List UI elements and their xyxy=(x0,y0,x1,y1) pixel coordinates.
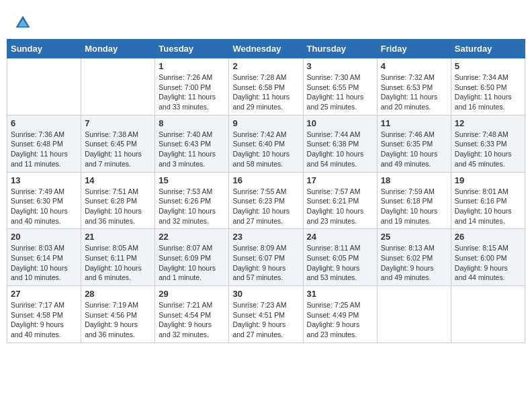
cell-content: Sunrise: 7:55 AM Sunset: 6:23 PM Dayligh… xyxy=(232,187,299,226)
calendar-cell: 29Sunrise: 7:21 AM Sunset: 4:54 PM Dayli… xyxy=(155,286,229,343)
calendar-week-row: 6Sunrise: 7:36 AM Sunset: 6:48 PM Daylig… xyxy=(7,115,525,172)
cell-content: Sunrise: 7:44 AM Sunset: 6:38 PM Dayligh… xyxy=(307,130,373,169)
day-number: 15 xyxy=(159,175,225,185)
calendar-cell: 16Sunrise: 7:55 AM Sunset: 6:23 PM Dayli… xyxy=(229,172,303,229)
day-number: 9 xyxy=(232,118,299,128)
weekday-header: Thursday xyxy=(303,40,377,58)
calendar-week-row: 13Sunrise: 7:49 AM Sunset: 6:30 PM Dayli… xyxy=(7,172,525,229)
calendar-cell: 23Sunrise: 8:09 AM Sunset: 6:07 PM Dayli… xyxy=(229,229,303,286)
calendar-header-row: SundayMondayTuesdayWednesdayThursdayFrid… xyxy=(7,40,525,58)
day-number: 22 xyxy=(159,232,225,242)
day-number: 31 xyxy=(307,289,373,299)
calendar-cell: 19Sunrise: 8:01 AM Sunset: 6:16 PM Dayli… xyxy=(451,172,525,229)
calendar-cell: 12Sunrise: 7:48 AM Sunset: 6:33 PM Dayli… xyxy=(451,115,525,172)
weekday-header: Friday xyxy=(377,40,451,58)
day-number: 1 xyxy=(159,61,225,71)
day-number: 27 xyxy=(11,289,77,299)
calendar-cell: 8Sunrise: 7:40 AM Sunset: 6:43 PM Daylig… xyxy=(155,115,229,172)
cell-content: Sunrise: 8:05 AM Sunset: 6:11 PM Dayligh… xyxy=(85,243,151,283)
weekday-header: Monday xyxy=(81,40,155,58)
weekday-header: Sunday xyxy=(7,40,81,58)
day-number: 24 xyxy=(307,232,373,242)
cell-content: Sunrise: 8:15 AM Sunset: 6:00 PM Dayligh… xyxy=(455,243,521,283)
day-number: 29 xyxy=(159,289,225,299)
cell-content: Sunrise: 7:46 AM Sunset: 6:35 PM Dayligh… xyxy=(381,130,447,169)
calendar-cell: 20Sunrise: 8:03 AM Sunset: 6:14 PM Dayli… xyxy=(7,229,81,286)
day-number: 21 xyxy=(85,232,151,242)
calendar-cell: 15Sunrise: 7:53 AM Sunset: 6:26 PM Dayli… xyxy=(155,172,229,229)
calendar-cell: 7Sunrise: 7:38 AM Sunset: 6:45 PM Daylig… xyxy=(81,115,155,172)
weekday-header: Wednesday xyxy=(229,40,303,58)
calendar-cell: 26Sunrise: 8:15 AM Sunset: 6:00 PM Dayli… xyxy=(451,229,525,286)
calendar-cell: 18Sunrise: 7:59 AM Sunset: 6:18 PM Dayli… xyxy=(377,172,451,229)
day-number: 23 xyxy=(232,232,299,242)
calendar-cell: 28Sunrise: 7:19 AM Sunset: 4:56 PM Dayli… xyxy=(81,286,155,343)
cell-content: Sunrise: 7:59 AM Sunset: 6:18 PM Dayligh… xyxy=(381,187,447,226)
calendar-cell: 21Sunrise: 8:05 AM Sunset: 6:11 PM Dayli… xyxy=(81,229,155,286)
logo-icon xyxy=(13,13,32,32)
calendar-cell: 1Sunrise: 7:26 AM Sunset: 7:00 PM Daylig… xyxy=(155,58,229,116)
day-number: 16 xyxy=(232,175,299,185)
day-number: 10 xyxy=(307,118,373,128)
calendar-cell: 31Sunrise: 7:25 AM Sunset: 4:49 PM Dayli… xyxy=(303,286,377,343)
day-number: 28 xyxy=(85,289,151,299)
day-number: 8 xyxy=(159,118,225,128)
cell-content: Sunrise: 7:19 AM Sunset: 4:56 PM Dayligh… xyxy=(85,300,151,340)
calendar-cell: 9Sunrise: 7:42 AM Sunset: 6:40 PM Daylig… xyxy=(229,115,303,172)
day-number: 11 xyxy=(381,118,447,128)
cell-content: Sunrise: 7:42 AM Sunset: 6:40 PM Dayligh… xyxy=(232,130,299,169)
cell-content: Sunrise: 8:01 AM Sunset: 6:16 PM Dayligh… xyxy=(455,187,521,226)
calendar-cell: 6Sunrise: 7:36 AM Sunset: 6:48 PM Daylig… xyxy=(7,115,81,172)
cell-content: Sunrise: 7:49 AM Sunset: 6:30 PM Dayligh… xyxy=(11,187,77,226)
calendar-table: SundayMondayTuesdayWednesdayThursdayFrid… xyxy=(7,39,525,343)
cell-content: Sunrise: 7:51 AM Sunset: 6:28 PM Dayligh… xyxy=(85,187,151,226)
day-number: 26 xyxy=(455,232,521,242)
calendar-cell: 5Sunrise: 7:34 AM Sunset: 6:50 PM Daylig… xyxy=(451,58,525,116)
cell-content: Sunrise: 7:17 AM Sunset: 4:58 PM Dayligh… xyxy=(11,300,77,340)
cell-content: Sunrise: 7:38 AM Sunset: 6:45 PM Dayligh… xyxy=(85,130,151,169)
calendar-cell: 24Sunrise: 8:11 AM Sunset: 6:05 PM Dayli… xyxy=(303,229,377,286)
day-number: 19 xyxy=(455,175,521,185)
day-number: 18 xyxy=(381,175,447,185)
calendar-cell: 17Sunrise: 7:57 AM Sunset: 6:21 PM Dayli… xyxy=(303,172,377,229)
calendar-week-row: 1Sunrise: 7:26 AM Sunset: 7:00 PM Daylig… xyxy=(7,58,525,116)
cell-content: Sunrise: 7:30 AM Sunset: 6:55 PM Dayligh… xyxy=(307,73,373,112)
weekday-header: Tuesday xyxy=(155,40,229,58)
cell-content: Sunrise: 7:57 AM Sunset: 6:21 PM Dayligh… xyxy=(307,187,373,226)
calendar-cell: 27Sunrise: 7:17 AM Sunset: 4:58 PM Dayli… xyxy=(7,286,81,343)
calendar-cell: 2Sunrise: 7:28 AM Sunset: 6:58 PM Daylig… xyxy=(229,58,303,116)
cell-content: Sunrise: 8:07 AM Sunset: 6:09 PM Dayligh… xyxy=(159,243,225,283)
day-number: 13 xyxy=(11,175,77,185)
cell-content: Sunrise: 8:03 AM Sunset: 6:14 PM Dayligh… xyxy=(11,243,77,283)
calendar-cell: 11Sunrise: 7:46 AM Sunset: 6:35 PM Dayli… xyxy=(377,115,451,172)
day-number: 6 xyxy=(11,118,77,128)
calendar-cell: 13Sunrise: 7:49 AM Sunset: 6:30 PM Dayli… xyxy=(7,172,81,229)
day-number: 30 xyxy=(232,289,299,299)
day-number: 4 xyxy=(381,61,447,71)
cell-content: Sunrise: 8:13 AM Sunset: 6:02 PM Dayligh… xyxy=(381,243,447,283)
day-number: 3 xyxy=(307,61,373,71)
day-number: 2 xyxy=(232,61,299,71)
cell-content: Sunrise: 7:40 AM Sunset: 6:43 PM Dayligh… xyxy=(159,130,225,169)
calendar-cell: 22Sunrise: 8:07 AM Sunset: 6:09 PM Dayli… xyxy=(155,229,229,286)
calendar-cell: 10Sunrise: 7:44 AM Sunset: 6:38 PM Dayli… xyxy=(303,115,377,172)
cell-content: Sunrise: 7:23 AM Sunset: 4:51 PM Dayligh… xyxy=(232,300,299,340)
calendar-cell: 25Sunrise: 8:13 AM Sunset: 6:02 PM Dayli… xyxy=(377,229,451,286)
calendar-cell xyxy=(451,286,525,343)
calendar-cell xyxy=(377,286,451,343)
day-number: 12 xyxy=(455,118,521,128)
day-number: 25 xyxy=(381,232,447,242)
cell-content: Sunrise: 7:36 AM Sunset: 6:48 PM Dayligh… xyxy=(11,130,77,169)
page-header xyxy=(7,7,525,36)
cell-content: Sunrise: 7:48 AM Sunset: 6:33 PM Dayligh… xyxy=(455,130,521,169)
cell-content: Sunrise: 7:26 AM Sunset: 7:00 PM Dayligh… xyxy=(159,73,225,112)
logo xyxy=(13,13,34,32)
day-number: 14 xyxy=(85,175,151,185)
day-number: 7 xyxy=(85,118,151,128)
weekday-header: Saturday xyxy=(451,40,525,58)
cell-content: Sunrise: 7:25 AM Sunset: 4:49 PM Dayligh… xyxy=(307,300,373,340)
cell-content: Sunrise: 7:28 AM Sunset: 6:58 PM Dayligh… xyxy=(232,73,299,112)
day-number: 5 xyxy=(455,61,521,71)
cell-content: Sunrise: 8:11 AM Sunset: 6:05 PM Dayligh… xyxy=(307,243,373,283)
day-number: 20 xyxy=(11,232,77,242)
